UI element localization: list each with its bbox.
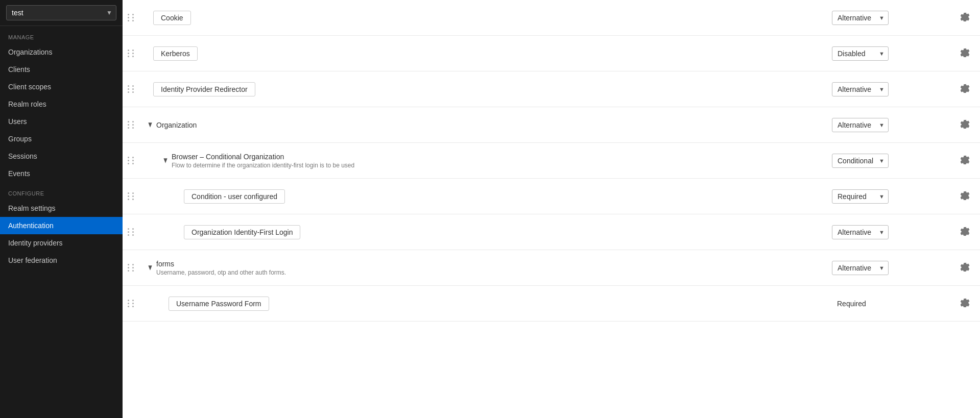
requirement-cell-browser-conditional-org: AlternativeDisabledRequiredConditional▼: [827, 146, 939, 175]
expand-btn-organization[interactable]: [147, 119, 153, 131]
flow-row-cookie: CookieAlternativeDisabledRequiredConditi…: [123, 0, 980, 36]
requirement-select-organization[interactable]: AlternativeDisabledRequiredConditional: [832, 118, 889, 132]
flow-name-box-identity-provider-redirector: Identity Provider Redirector: [153, 82, 255, 96]
requirement-select-org-identity-first-login[interactable]: AlternativeDisabledRequiredConditional: [832, 225, 889, 239]
gear-icon-username-password-form: [961, 298, 970, 309]
actions-cell-condition-user-configured: [939, 182, 980, 211]
flow-name-text-organization: Organization: [156, 121, 197, 129]
gear-icon-organization: [961, 119, 970, 131]
flow-name-box-condition-user-configured: Condition - user configured: [184, 189, 285, 204]
svg-marker-1: [163, 158, 167, 163]
gear-button-cookie[interactable]: [959, 10, 972, 26]
requirement-cell-kerberos: AlternativeDisabledRequiredConditional▼: [827, 39, 939, 68]
drag-handle-browser-conditional-org[interactable]: [123, 157, 140, 164]
name-cell-cookie: Cookie: [140, 4, 827, 32]
gear-icon-kerberos: [961, 48, 970, 59]
flow-row-identity-provider-redirector: Identity Provider RedirectorAlternativeD…: [123, 71, 980, 107]
flow-row-forms: formsUsername, password, otp and other a…: [123, 250, 980, 286]
sidebar-item-realm-roles[interactable]: Realm roles: [0, 95, 123, 113]
requirement-select-cookie[interactable]: AlternativeDisabledRequiredConditional: [832, 11, 889, 25]
realm-select[interactable]: test: [6, 5, 116, 20]
sidebar-item-organizations[interactable]: Organizations: [0, 43, 123, 61]
sidebar-item-user-federation[interactable]: User federation: [0, 252, 123, 269]
flow-row-organization: OrganizationAlternativeDisabledRequiredC…: [123, 107, 980, 143]
name-cell-identity-provider-redirector: Identity Provider Redirector: [140, 75, 827, 104]
gear-icon-forms: [961, 262, 970, 274]
gear-button-browser-conditional-org[interactable]: [959, 153, 972, 168]
flow-name-text-forms: forms: [156, 260, 286, 268]
requirement-select-forms[interactable]: AlternativeDisabledRequiredConditional: [832, 261, 889, 275]
sidebar-item-realm-settings[interactable]: Realm settings: [0, 200, 123, 217]
expand-btn-forms[interactable]: [147, 262, 153, 274]
flow-list: CookieAlternativeDisabledRequiredConditi…: [123, 0, 980, 322]
sidebar-item-events[interactable]: Events: [0, 165, 123, 182]
drag-handle-org-identity-first-login[interactable]: [123, 228, 140, 236]
flow-row-kerberos: KerberosAlternativeDisabledRequiredCondi…: [123, 36, 980, 71]
sidebar-item-authentication[interactable]: Authentication: [0, 217, 123, 234]
gear-icon-identity-provider-redirector: [961, 84, 970, 95]
drag-handle-cookie[interactable]: [123, 14, 140, 21]
requirement-cell-identity-provider-redirector: AlternativeDisabledRequiredConditional▼: [827, 75, 939, 104]
requirement-select-condition-user-configured[interactable]: AlternativeDisabledRequiredConditional: [832, 189, 889, 204]
gear-button-username-password-form[interactable]: [959, 296, 972, 311]
requirement-cell-org-identity-first-login: AlternativeDisabledRequiredConditional▼: [827, 218, 939, 247]
svg-marker-0: [148, 122, 152, 128]
requirement-cell-username-password-form: Required: [827, 292, 939, 315]
actions-cell-cookie: [939, 3, 980, 33]
sidebar-item-identity-providers[interactable]: Identity providers: [0, 234, 123, 252]
actions-cell-organization: [939, 110, 980, 140]
gear-icon-cookie: [961, 12, 970, 23]
requirement-cell-organization: AlternativeDisabledRequiredConditional▼: [827, 111, 939, 139]
flow-name-box-org-identity-first-login: Organization Identity-First Login: [184, 225, 300, 239]
gear-button-condition-user-configured[interactable]: [959, 189, 972, 204]
sidebar-item-users[interactable]: Users: [0, 113, 123, 130]
flow-row-browser-conditional-org: Browser – Conditional OrganizationFlow t…: [123, 143, 980, 179]
name-cell-browser-conditional-org: Browser – Conditional OrganizationFlow t…: [140, 145, 827, 176]
gear-icon-browser-conditional-org: [961, 155, 970, 166]
sidebar-item-clients[interactable]: Clients: [0, 61, 123, 78]
svg-marker-2: [148, 265, 152, 271]
gear-icon-condition-user-configured: [961, 191, 970, 202]
gear-button-identity-provider-redirector[interactable]: [959, 82, 972, 97]
drag-handle-organization[interactable]: [123, 121, 140, 129]
main-content: CookieAlternativeDisabledRequiredConditi…: [123, 0, 980, 418]
drag-handle-identity-provider-redirector[interactable]: [123, 85, 140, 93]
sidebar-item-sessions[interactable]: Sessions: [0, 147, 123, 165]
requirement-cell-condition-user-configured: AlternativeDisabledRequiredConditional▼: [827, 182, 939, 211]
manage-section-label: Manage: [0, 26, 123, 43]
flow-row-condition-user-configured: Condition - user configuredAlternativeDi…: [123, 179, 980, 214]
name-cell-organization: Organization: [140, 114, 827, 136]
flow-name-desc-forms: Username, password, otp and other auth f…: [156, 269, 286, 276]
requirement-select-browser-conditional-org[interactable]: AlternativeDisabledRequiredConditional: [832, 154, 889, 168]
gear-button-organization[interactable]: [959, 117, 972, 133]
actions-cell-org-identity-first-login: [939, 217, 980, 247]
configure-section-label: Configure: [0, 182, 123, 200]
actions-cell-username-password-form: [939, 289, 980, 318]
drag-handle-username-password-form[interactable]: [123, 300, 140, 307]
actions-cell-forms: [939, 253, 980, 283]
requirement-text-username-password-form: Required: [832, 297, 871, 310]
gear-button-org-identity-first-login[interactable]: [959, 225, 972, 240]
drag-handle-condition-user-configured[interactable]: [123, 192, 140, 200]
requirement-select-identity-provider-redirector[interactable]: AlternativeDisabledRequiredConditional: [832, 82, 889, 96]
gear-button-forms[interactable]: [959, 260, 972, 276]
actions-cell-browser-conditional-org: [939, 146, 980, 176]
actions-cell-kerberos: [939, 39, 980, 68]
name-cell-condition-user-configured: Condition - user configured: [140, 182, 827, 211]
requirement-select-kerberos[interactable]: AlternativeDisabledRequiredConditional: [832, 46, 889, 61]
sidebar-item-groups[interactable]: Groups: [0, 130, 123, 147]
name-cell-kerberos: Kerberos: [140, 39, 827, 68]
gear-button-kerberos[interactable]: [959, 46, 972, 61]
flow-name-desc-browser-conditional-org: Flow to determine if the organization id…: [172, 162, 354, 169]
gear-icon-org-identity-first-login: [961, 227, 970, 238]
drag-handle-forms[interactable]: [123, 264, 140, 272]
sidebar-item-client-scopes[interactable]: Client scopes: [0, 78, 123, 95]
expand-btn-browser-conditional-org[interactable]: [162, 155, 169, 167]
name-cell-username-password-form: Username Password Form: [140, 289, 827, 318]
drag-handle-kerberos[interactable]: [123, 50, 140, 57]
realm-selector[interactable]: test ▼: [0, 0, 123, 26]
flow-row-org-identity-first-login: Organization Identity-First LoginAlterna…: [123, 214, 980, 250]
flow-row-username-password-form: Username Password FormRequired: [123, 286, 980, 322]
name-cell-forms: formsUsername, password, otp and other a…: [140, 253, 827, 283]
name-cell-org-identity-first-login: Organization Identity-First Login: [140, 218, 827, 247]
